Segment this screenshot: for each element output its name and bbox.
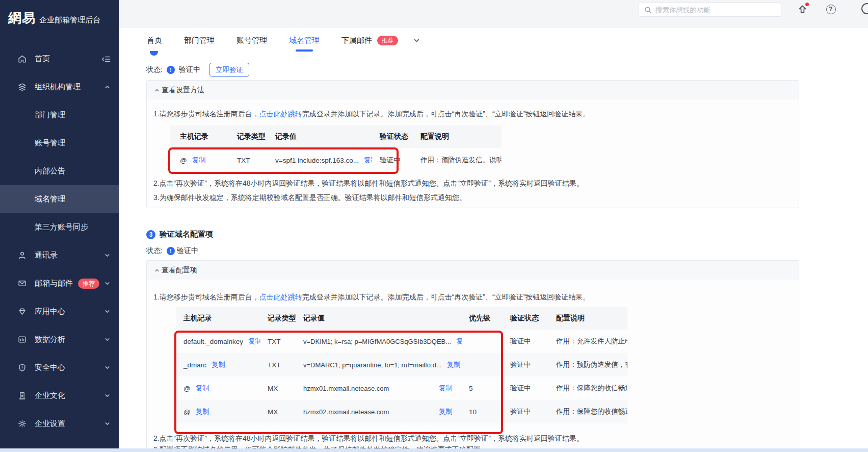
step-3-badge: 3	[146, 230, 155, 239]
chevron-up-icon	[104, 84, 111, 90]
chevron-down-icon	[104, 364, 111, 371]
chevron-down-icon	[104, 392, 111, 399]
sidebar-item-mail[interactable]: 邮箱与邮件 推荐	[0, 269, 119, 297]
table-header-row: 主机记录 记录类型 记录值 验证状态 配置说明	[170, 125, 502, 148]
jump-link[interactable]: 点击此处跳转	[259, 110, 302, 118]
tabs-more-chevron-icon[interactable]	[413, 37, 420, 44]
record-type: TXT	[230, 157, 268, 164]
priority: 5	[462, 385, 497, 392]
table-row-mx2: @ 复制 MX hzmx02.mxmail.netease.com 复制 10 …	[176, 400, 627, 423]
collapse-caret-icon	[154, 87, 160, 93]
verify-status: 验证中	[497, 360, 543, 369]
copy-host-link[interactable]: 复制	[196, 384, 209, 393]
top-tabs: 首页 部门管理 账号管理 域名管理 下属邮件 推荐	[119, 28, 868, 53]
copy-host-link[interactable]: 复制	[212, 360, 225, 369]
collapse-sidebar-icon[interactable]	[101, 55, 111, 63]
copy-value-link[interactable]: 复制	[364, 156, 373, 165]
section3-heading: 3 验证域名配置项	[146, 230, 213, 239]
copy-host-link[interactable]: 复制	[196, 407, 209, 416]
help-icon[interactable]: ?	[825, 4, 836, 15]
sidebar-item-domain[interactable]: 域名管理	[0, 185, 119, 213]
upgrade-icon[interactable]	[797, 4, 808, 15]
tab-dept[interactable]: 部门管理	[184, 36, 215, 45]
table-row-dkim: default._domainkey 复制 TXT v=DKIM1; k=rsa…	[176, 330, 627, 353]
host-record: @	[183, 385, 191, 392]
page-content: 状态: ! 验证中 立即验证 查看设置方法 1.请您移步贵司域名注册商后台，点击…	[119, 53, 868, 452]
recommend-badge: 推荐	[377, 36, 398, 45]
envelope-icon	[17, 279, 27, 289]
app-root: 網易 企业邮箱管理后台 首页 组织机构管理	[0, 0, 868, 452]
tab-domain[interactable]: 域名管理	[289, 36, 320, 45]
search-input[interactable]	[655, 6, 776, 14]
sidebar-item-apps[interactable]: 应用中心	[0, 297, 119, 325]
gear-icon	[17, 419, 27, 429]
domain-verify-status-row: 状态: ! 验证中 立即验证	[146, 63, 249, 77]
record-value: hzmx02.mxmail.netease.com	[303, 408, 389, 416]
bar-chart-icon	[17, 335, 27, 345]
brand-title: 企业邮箱管理后台	[39, 15, 100, 25]
sidebar-item-culture[interactable]: 企业文化	[0, 382, 119, 410]
host-record: @	[183, 408, 191, 416]
copy-value-link[interactable]: 复制	[447, 360, 461, 369]
sidebar-item-thirdparty[interactable]: 第三方账号同步	[0, 213, 119, 241]
info-status-icon: !	[167, 66, 175, 74]
main-area: ? 首页 部门管理 账号管理 域名管理 下属邮件 推荐 状态: ! 验证中	[119, 0, 868, 452]
sidebar-item-home[interactable]: 首页	[0, 45, 119, 73]
setup-step3-note: 3.为确保邮件收发稳定，系统将定期校验域名配置是否正确。验证结果将以邮件和短信形…	[153, 193, 466, 203]
status-value: 验证中	[179, 65, 200, 74]
brand: 網易 企业邮箱管理后台	[0, 0, 119, 27]
copy-value-link[interactable]: 复制	[439, 407, 453, 416]
table-row-mx1: @ 复制 MX hzmx01.mxmail.netease.com 复制 5 验…	[176, 376, 627, 400]
sidebar-item-account[interactable]: 账号管理	[0, 129, 119, 157]
tab-submail[interactable]: 下属邮件 推荐	[341, 36, 398, 45]
copy-value-link[interactable]: 复制	[439, 384, 453, 393]
sidebar-item-notice[interactable]: 内部公告	[0, 157, 119, 185]
host-record: default._domainkey	[183, 338, 243, 345]
tab-home[interactable]: 首页	[147, 36, 162, 45]
copy-host-link[interactable]: 复制	[192, 156, 206, 165]
setup-step2-note: 2.点击“再次验证”，系统将在48小时内返回验证结果，验证结果将以邮件和短信形式…	[153, 179, 584, 188]
copy-value-link[interactable]: 复制	[456, 337, 462, 346]
notification-dot	[805, 3, 809, 6]
info-status-icon: !	[167, 247, 175, 255]
config-items-panel-header[interactable]: 查看配置项	[147, 261, 799, 280]
verify-status: 验证中	[373, 156, 413, 165]
setup-step1-note: 1.请您移步贵司域名注册商后台，点击此处跳转完成登录并添加以下记录。添加完成后，…	[153, 110, 590, 119]
verify-status: 验证中	[497, 337, 543, 346]
copy-host-link[interactable]: 复制	[248, 337, 260, 346]
setup-method-panel-header[interactable]: 查看设置方法	[147, 81, 799, 99]
sidebar-nav: 首页 组织机构管理 部门管理 账号管理 内部公告 域名管理 第三方账号同步	[0, 45, 119, 438]
chevron-down-icon	[104, 336, 111, 343]
sidebar-item-security[interactable]: 安全中心	[0, 354, 119, 382]
table-row: @ 复制 TXT v=spf1 include:spf.163.co... 复制…	[170, 148, 502, 172]
sidebar-item-settings[interactable]: 企业设置	[0, 410, 119, 438]
table-row-dmarc: _dmarc 复制 TXT v=DMARC1; p=quarantine; fo…	[176, 353, 627, 376]
topbar: ?	[119, 0, 868, 28]
sidebar-item-dept[interactable]: 部门管理	[0, 101, 119, 129]
recommend-badge: 推荐	[78, 279, 99, 289]
config-desc: 作用：保障您的收信畅通...	[543, 384, 627, 393]
shield-icon	[17, 363, 27, 373]
table-header-row: 主机记录 记录类型 记录值 优先级 验证状态 配置说明	[176, 307, 627, 330]
record-type: MX	[260, 385, 296, 392]
chevron-down-icon	[104, 420, 111, 427]
config-step2-note: 2.点击“再次验证”，系统将在48小时内返回验证结果，验证结果将以邮件和短信形式…	[153, 434, 584, 443]
bottom-edge-strip	[0, 448, 868, 452]
verify-status: 验证中	[497, 407, 543, 416]
sidebar-item-contacts[interactable]: 通讯录	[0, 241, 119, 269]
chevron-down-icon	[104, 308, 111, 315]
building-icon	[17, 391, 27, 401]
search-icon	[644, 6, 652, 14]
sidebar-item-analytics[interactable]: 数据分析	[0, 325, 119, 354]
status-value: 验证中	[177, 246, 198, 256]
verify-now-button[interactable]: 立即验证	[209, 63, 249, 77]
sidebar-item-org[interactable]: 组织机构管理	[0, 73, 119, 101]
global-search[interactable]	[639, 3, 781, 17]
tab-account[interactable]: 账号管理	[236, 36, 267, 45]
config-items-panel: 查看配置项 1.请您移步贵司域名注册商后台，点击此处跳转完成登录并添加以下记录。…	[146, 260, 799, 450]
record-value: v=DKIM1; k=rsa; p=MIGfMA0GCSqGSIb3DQEB..…	[303, 338, 451, 345]
headset-icon[interactable]	[861, 3, 868, 14]
jump-link[interactable]: 点击此处跳转	[259, 293, 302, 301]
config-desc: 作用：预防伪造发信。说明...	[413, 156, 502, 165]
config-step1-note: 1.请您移步贵司域名注册商后台，点击此处跳转完成登录并添加以下记录。添加完成后，…	[153, 293, 590, 302]
